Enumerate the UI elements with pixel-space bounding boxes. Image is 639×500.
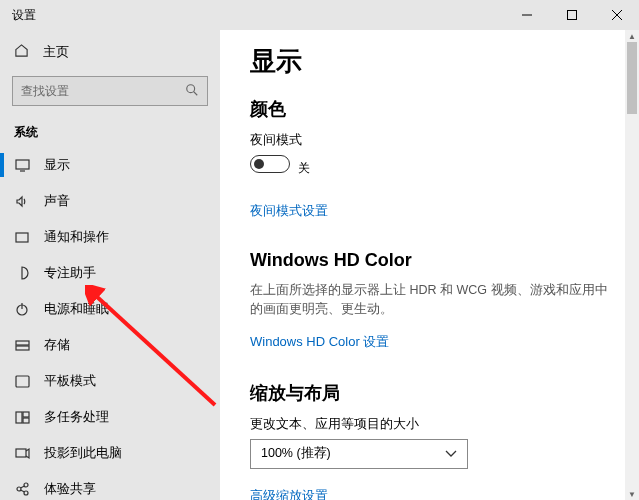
svg-rect-1 xyxy=(567,11,576,20)
svg-rect-15 xyxy=(23,412,29,417)
nav-label: 多任务处理 xyxy=(44,409,109,426)
page-title: 显示 xyxy=(250,44,609,79)
sidebar-item-sound[interactable]: 声音 xyxy=(0,183,220,219)
svg-rect-14 xyxy=(16,412,22,423)
svg-rect-8 xyxy=(16,233,28,242)
svg-point-4 xyxy=(187,84,195,92)
window-title: 设置 xyxy=(12,7,36,24)
focus-icon xyxy=(14,266,30,280)
display-icon xyxy=(14,159,30,172)
svg-rect-16 xyxy=(23,418,29,423)
sidebar-item-tablet[interactable]: 平板模式 xyxy=(0,363,220,399)
maximize-button[interactable] xyxy=(549,0,594,30)
notification-icon xyxy=(14,231,30,244)
sidebar-item-power[interactable]: 电源和睡眠 xyxy=(0,291,220,327)
scrollbar-thumb[interactable] xyxy=(627,42,637,114)
svg-rect-17 xyxy=(16,449,26,457)
night-mode-toggle[interactable] xyxy=(250,155,290,173)
nav-label: 存储 xyxy=(44,337,70,354)
nav-label: 通知和操作 xyxy=(44,229,109,246)
section-scale: 缩放与布局 xyxy=(250,381,609,405)
home-button[interactable]: 主页 xyxy=(0,36,220,68)
sidebar-item-notifications[interactable]: 通知和操作 xyxy=(0,219,220,255)
night-mode-label: 夜间模式 xyxy=(250,131,609,149)
section-hdcolor: Windows HD Color xyxy=(250,250,609,271)
scroll-up-icon[interactable]: ▲ xyxy=(625,30,639,42)
nav-label: 电源和睡眠 xyxy=(44,301,109,318)
search-input[interactable]: 查找设置 xyxy=(12,76,208,106)
sidebar-item-display[interactable]: 显示 xyxy=(0,147,220,183)
nav-label: 专注助手 xyxy=(44,265,96,282)
home-icon xyxy=(14,43,29,61)
hdcolor-settings-link[interactable]: Windows HD Color 设置 xyxy=(250,333,389,351)
main-content: 显示 颜色 夜间模式 关 夜间模式设置 Windows HD Color 在上面… xyxy=(220,30,639,500)
nav-label: 体验共享 xyxy=(44,481,96,498)
svg-rect-12 xyxy=(16,346,29,350)
scale-value: 100% (推荐) xyxy=(261,445,331,462)
nav-label: 声音 xyxy=(44,193,70,210)
svg-line-5 xyxy=(194,91,198,95)
svg-rect-13 xyxy=(16,376,29,387)
hdcolor-desc: 在上面所选择的显示器上让 HDR 和 WCG 视频、游戏和应用中的画面更明亮、更… xyxy=(250,281,609,319)
sidebar-item-focus[interactable]: 专注助手 xyxy=(0,255,220,291)
minimize-button[interactable] xyxy=(504,0,549,30)
tablet-icon xyxy=(14,375,30,388)
search-icon xyxy=(185,83,199,100)
sidebar-item-multitask[interactable]: 多任务处理 xyxy=(0,399,220,435)
sidebar-item-project[interactable]: 投影到此电脑 xyxy=(0,435,220,471)
night-mode-settings-link[interactable]: 夜间模式设置 xyxy=(250,202,328,220)
svg-rect-6 xyxy=(16,160,29,169)
night-mode-state: 关 xyxy=(298,161,310,175)
sidebar: 主页 查找设置 系统 显示 声音 通知和操作 专注助手 电源和睡眠 存储 平板模… xyxy=(0,30,220,500)
advanced-scale-link[interactable]: 高级缩放设置 xyxy=(250,487,328,501)
svg-rect-11 xyxy=(16,341,29,345)
multitask-icon xyxy=(14,411,30,424)
sound-icon xyxy=(14,195,30,208)
search-placeholder: 查找设置 xyxy=(21,83,185,100)
section-color: 颜色 xyxy=(250,97,609,121)
project-icon xyxy=(14,447,30,460)
nav-list: 显示 声音 通知和操作 专注助手 电源和睡眠 存储 平板模式 多任务处理 投影到… xyxy=(0,147,220,500)
storage-icon xyxy=(14,340,30,351)
titlebar: 设置 xyxy=(0,0,639,30)
sidebar-item-storage[interactable]: 存储 xyxy=(0,327,220,363)
nav-label: 显示 xyxy=(44,157,70,174)
nav-label: 投影到此电脑 xyxy=(44,445,122,462)
nav-label: 平板模式 xyxy=(44,373,96,390)
chevron-down-icon xyxy=(445,447,457,461)
sidebar-item-shared[interactable]: 体验共享 xyxy=(0,471,220,500)
scroll-down-icon[interactable]: ▼ xyxy=(625,488,639,500)
close-button[interactable] xyxy=(594,0,639,30)
home-label: 主页 xyxy=(43,43,69,61)
svg-line-21 xyxy=(21,486,25,488)
power-icon xyxy=(14,302,30,316)
scale-dropdown[interactable]: 100% (推荐) xyxy=(250,439,468,469)
share-icon xyxy=(14,482,30,496)
section-label: 系统 xyxy=(0,116,220,147)
scale-label: 更改文本、应用等项目的大小 xyxy=(250,415,609,433)
scrollbar[interactable]: ▲ ▼ xyxy=(625,30,639,500)
svg-line-22 xyxy=(21,490,25,492)
